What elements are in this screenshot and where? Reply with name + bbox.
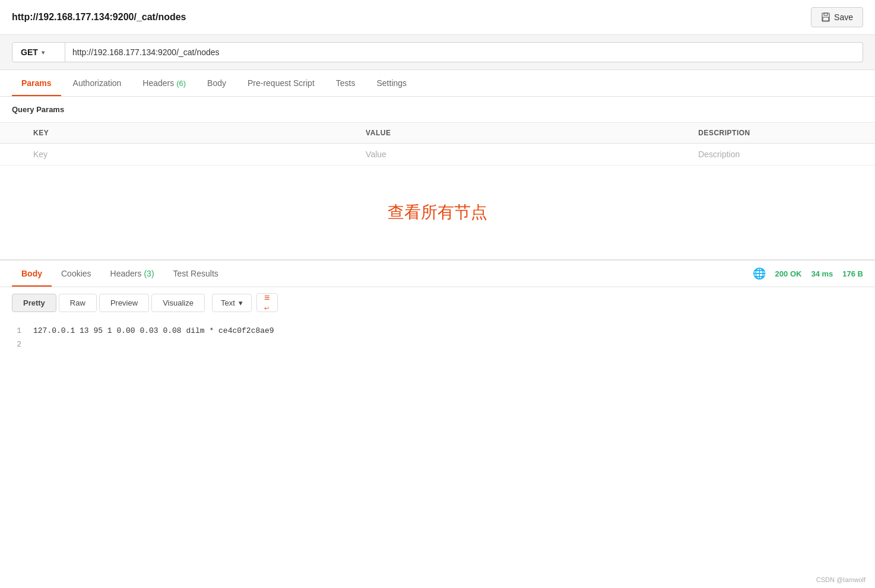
- response-tab-cookies[interactable]: Cookies: [52, 260, 101, 287]
- response-headers-badge: (3): [144, 269, 154, 278]
- response-time: 34 ms: [811, 269, 833, 278]
- wrap-icon: ≡↩: [264, 293, 270, 312]
- value-col-header: VALUE: [356, 123, 689, 144]
- text-chevron-icon: ▾: [239, 298, 243, 307]
- save-icon: [821, 12, 830, 22]
- code-line-2: 2: [12, 338, 863, 351]
- tab-settings[interactable]: Settings: [367, 70, 416, 96]
- query-params-header: Query Params: [0, 97, 875, 123]
- svg-rect-1: [824, 13, 828, 15]
- svg-rect-2: [823, 17, 829, 21]
- code-line-1: 1 127.0.0.1 13 95 1 0.00 0.03 0.08 dilm …: [12, 324, 863, 338]
- tab-authorization[interactable]: Authorization: [64, 70, 131, 96]
- globe-icon: 🌐: [753, 267, 766, 280]
- save-button[interactable]: Save: [811, 7, 863, 27]
- wrap-button[interactable]: ≡↩: [256, 293, 278, 312]
- tab-body[interactable]: Body: [198, 70, 236, 96]
- visualize-button[interactable]: Visualize: [151, 294, 205, 312]
- format-bar: Pretty Raw Preview Visualize Text ▾ ≡↩: [0, 287, 875, 318]
- status-code: 200 OK: [775, 269, 802, 278]
- value-input-cell[interactable]: Value: [356, 144, 689, 166]
- tab-headers[interactable]: Headers (6): [133, 70, 195, 96]
- title-bar: http://192.168.177.134:9200/_cat/nodes S…: [0, 0, 875, 35]
- raw-button[interactable]: Raw: [59, 294, 97, 312]
- key-col-header: KEY: [24, 123, 356, 144]
- tab-params[interactable]: Params: [12, 70, 61, 96]
- row-checkbox-cell: [0, 144, 24, 166]
- response-tabs-bar: Body Cookies Headers (3) Test Results 🌐 …: [0, 260, 875, 287]
- description-col-header: DESCRIPTION: [689, 123, 875, 144]
- tab-pre-request-script[interactable]: Pre-request Script: [238, 70, 324, 96]
- annotation-text: 查看所有节点: [388, 201, 487, 224]
- page-title: http://192.168.177.134:9200/_cat/nodes: [12, 12, 186, 23]
- url-input[interactable]: [65, 42, 863, 62]
- response-tab-body[interactable]: Body: [12, 260, 52, 287]
- response-size: 176 B: [842, 269, 863, 278]
- response-section: Body Cookies Headers (3) Test Results 🌐 …: [0, 259, 875, 358]
- chevron-down-icon: ▾: [42, 49, 45, 56]
- checkbox-col-header: [0, 123, 24, 144]
- table-row: Key Value Description: [0, 144, 875, 166]
- response-tab-test-results[interactable]: Test Results: [164, 260, 228, 287]
- url-bar: GET ▾: [0, 35, 875, 70]
- response-tab-headers[interactable]: Headers (3): [101, 260, 164, 287]
- key-input-cell[interactable]: Key: [24, 144, 356, 166]
- response-status-bar: 🌐 200 OK 34 ms 176 B: [753, 267, 863, 280]
- preview-button[interactable]: Preview: [99, 294, 149, 312]
- params-table: KEY VALUE DESCRIPTION Key Value Descript…: [0, 123, 875, 166]
- method-dropdown[interactable]: GET ▾: [12, 42, 65, 62]
- request-tabs-bar: Params Authorization Headers (6) Body Pr…: [0, 70, 875, 97]
- pretty-button[interactable]: Pretty: [12, 294, 56, 312]
- line-number-1: 1: [12, 324, 21, 338]
- method-label: GET: [21, 47, 38, 57]
- line-number-2: 2: [12, 338, 21, 351]
- tab-tests[interactable]: Tests: [326, 70, 365, 96]
- text-format-select[interactable]: Text ▾: [212, 294, 252, 312]
- line-content-1: 127.0.0.1 13 95 1 0.00 0.03 0.08 dilm * …: [33, 324, 274, 338]
- description-input-cell[interactable]: Description: [689, 144, 875, 166]
- response-code-area: 1 127.0.0.1 13 95 1 0.00 0.03 0.08 dilm …: [0, 318, 875, 358]
- headers-badge: (6): [176, 79, 186, 88]
- annotation-area: 查看所有节点: [0, 166, 875, 259]
